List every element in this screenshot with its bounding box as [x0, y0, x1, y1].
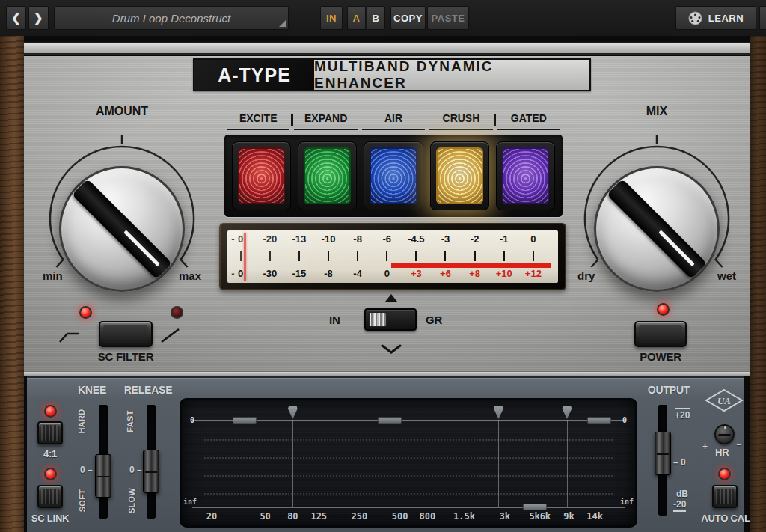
- meter-needle: [244, 233, 246, 281]
- crossover-handle[interactable]: [288, 406, 298, 419]
- freq-label-3k: 3k: [499, 511, 509, 522]
- mode-label-excite: EXCITE: [227, 111, 289, 130]
- faceplate: A-TYPE MULTIBAND DYNAMIC ENHANCER AMOUNT…: [24, 36, 750, 376]
- mode-button-air[interactable]: [364, 141, 423, 210]
- mix-max-label: wet: [717, 269, 736, 282]
- wood-panel-left: [0, 36, 24, 532]
- inf-line-end-label: inf: [183, 498, 197, 506]
- dynamics-panel: 4:1 SC LINK KNEE HARD 0 – SOFT RELEASE F…: [27, 376, 744, 532]
- crossover-handle[interactable]: [562, 406, 572, 419]
- freq-label-20: 20: [206, 511, 217, 522]
- hr-plus-label: +: [702, 441, 708, 452]
- knee-zero-label: 0 –: [80, 465, 93, 475]
- plugin-subtitle: MULTIBAND DYNAMIC ENHANCER: [314, 60, 589, 90]
- meter-tick: [240, 251, 242, 261]
- release-slider-handle[interactable]: [143, 450, 159, 493]
- mix-min-label: dry: [577, 269, 595, 282]
- meter-red-zone: [391, 263, 551, 268]
- meter-bottom-scale-value: +3: [411, 268, 422, 279]
- amount-max-label: max: [179, 269, 202, 282]
- output-slider-handle[interactable]: [655, 432, 671, 475]
- auto-cal-button[interactable]: [712, 485, 738, 508]
- preset-b-button[interactable]: B: [367, 6, 385, 30]
- vu-meter: 00-20-30-13-15-10-8-8-4-60-4.5+3-3+6-2+8…: [219, 223, 566, 290]
- band-level-handle[interactable]: [523, 504, 547, 510]
- previous-preset-button[interactable]: ❮: [6, 6, 26, 30]
- amount-knob[interactable]: [59, 166, 185, 292]
- toolbar-partial-button[interactable]: [759, 6, 766, 30]
- mode-button-crush[interactable]: [430, 141, 489, 210]
- meter-source-toggle[interactable]: [364, 308, 417, 331]
- mode-button-excite[interactable]: [232, 141, 291, 210]
- meter-top-scale-value: 0: [530, 233, 536, 245]
- faceplate-bottom-edge: [24, 371, 750, 376]
- mode-button-expand[interactable]: [298, 141, 357, 210]
- mode-labels-row: EXCITEEXPANDAIRCRUSHGATED: [224, 111, 563, 130]
- meter-tick: [357, 251, 358, 261]
- freq-label-125: 125: [310, 511, 327, 522]
- release-slow-label: SLOW: [127, 488, 136, 513]
- meter-tick: [328, 251, 329, 261]
- mix-knob-pointer: [607, 179, 707, 279]
- ratio-button[interactable]: [37, 421, 63, 444]
- amount-knob-pointer: [72, 179, 172, 279]
- amount-label: AMOUNT: [40, 105, 204, 118]
- in-bypass-button[interactable]: IN: [320, 6, 343, 30]
- meter-bottom-scale-value: +10: [496, 268, 512, 279]
- mode-button-gated[interactable]: [496, 141, 555, 210]
- band-level-handle[interactable]: [587, 417, 611, 424]
- sc-filter-label: SC FILTER: [90, 350, 162, 363]
- knee-hard-label: HARD: [77, 409, 86, 434]
- inf-line: [192, 507, 625, 508]
- release-label: RELEASE: [123, 384, 174, 396]
- output-zero-label: – 0: [673, 457, 686, 468]
- meter-top-scale-value: -13: [292, 233, 307, 245]
- title-plate: A-TYPE MULTIBAND DYNAMIC ENHANCER: [193, 58, 591, 91]
- freq-label-250: 250: [352, 511, 368, 522]
- gridline: [204, 439, 613, 441]
- next-preset-button[interactable]: ❯: [28, 6, 49, 30]
- knee-slider-handle[interactable]: [95, 454, 111, 498]
- preset-a-button[interactable]: A: [347, 6, 366, 30]
- release-slider-track[interactable]: [147, 405, 156, 519]
- sc-filter-button[interactable]: [99, 321, 153, 347]
- output-plus20-label: +20: [675, 408, 690, 421]
- freq-label-500: 500: [392, 511, 408, 522]
- meter-top-scale-value: -20: [263, 233, 277, 245]
- ratio-label: 4:1: [37, 448, 63, 459]
- amount-knob-group: AMOUNT min max: [40, 105, 204, 287]
- preset-dropdown-corner-icon: [279, 20, 286, 27]
- output-slider-track[interactable]: [658, 405, 667, 516]
- chevron-down-icon[interactable]: [380, 344, 402, 355]
- meter-bottom-scale-value: -15: [292, 268, 307, 279]
- meter-rest-mark: -: [231, 268, 234, 279]
- band-level-handle[interactable]: [378, 417, 402, 424]
- freq-label-5k: 5k: [529, 511, 539, 522]
- learn-button[interactable]: LEARN: [675, 6, 756, 30]
- sc-link-label: SC LINK: [25, 513, 75, 524]
- faceplate-top-edge: [24, 42, 750, 55]
- power-label: POWER: [628, 350, 693, 363]
- toggle-grip[interactable]: [369, 312, 387, 327]
- preset-menu[interactable]: Drum Loop Deconstruct: [54, 6, 289, 30]
- hr-minus-label: −: [736, 439, 741, 450]
- meter-top-scale-value: -1: [500, 233, 509, 245]
- gridline: [204, 493, 613, 495]
- copy-button[interactable]: COPY: [390, 6, 426, 30]
- crossover-handle[interactable]: [494, 406, 503, 419]
- paste-button[interactable]: PASTE: [427, 6, 469, 30]
- meter-tick: [503, 251, 505, 261]
- mode-button-face: [502, 147, 549, 204]
- hr-trim-knob[interactable]: [714, 424, 735, 444]
- svg-text:UA: UA: [717, 395, 731, 406]
- meter-marker-triangle-icon: [385, 294, 397, 302]
- sc-link-button[interactable]: [37, 485, 63, 508]
- mode-label-separator: [494, 114, 496, 126]
- mode-button-face: [304, 147, 351, 204]
- knee-slider-track[interactable]: [99, 405, 108, 519]
- meter-bottom-scale-value: -8: [324, 268, 333, 279]
- mix-knob[interactable]: [594, 166, 720, 292]
- knee-label: KNEE: [73, 384, 111, 396]
- power-button[interactable]: [634, 321, 687, 347]
- band-level-handle[interactable]: [233, 417, 257, 424]
